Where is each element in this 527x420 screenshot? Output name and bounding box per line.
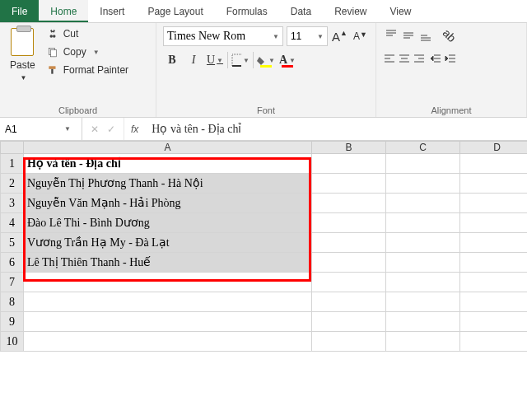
row-header[interactable]: 4 (1, 213, 24, 233)
group-label-clipboard: Clipboard (7, 102, 149, 117)
cell[interactable] (24, 312, 312, 332)
tab-view[interactable]: View (379, 0, 423, 22)
cell[interactable] (24, 273, 312, 292)
decrease-font-button[interactable]: A▼ (352, 27, 369, 45)
cut-button[interactable]: Cut (44, 26, 132, 41)
align-top-button[interactable] (383, 26, 399, 44)
decrease-indent-button[interactable] (429, 49, 442, 68)
chevron-down-icon[interactable]: ▼ (20, 74, 26, 82)
align-right-button[interactable] (413, 49, 426, 68)
fill-color-button[interactable]: ▼ (257, 51, 275, 69)
cell[interactable] (386, 273, 460, 292)
cell[interactable]: Đào Lê Thi - Bình Dương (24, 213, 312, 233)
cell[interactable] (24, 332, 312, 352)
row-header[interactable]: 5 (1, 233, 24, 253)
tab-insert[interactable]: Insert (88, 0, 136, 22)
name-box[interactable]: ▼ (0, 118, 82, 140)
paste-button[interactable]: Paste ▼ (7, 26, 39, 83)
cell[interactable] (24, 292, 312, 312)
cell[interactable] (460, 273, 528, 292)
col-header-D[interactable]: D (460, 142, 528, 154)
tab-home[interactable]: Home (39, 0, 88, 22)
increase-font-button[interactable]: A▲ (331, 27, 348, 45)
cell[interactable]: Lê Thị Thiên Thanh - Huế (24, 253, 312, 273)
svg-rect-1 (50, 50, 56, 57)
row-header[interactable]: 1 (1, 154, 24, 174)
increase-indent-button[interactable] (444, 49, 457, 68)
cell[interactable] (460, 213, 528, 233)
cell[interactable] (386, 253, 460, 273)
orientation-button[interactable]: ab (441, 26, 457, 44)
row-header[interactable]: 9 (1, 312, 24, 332)
cell[interactable] (386, 154, 460, 174)
cell[interactable] (460, 332, 528, 352)
name-box-input[interactable] (5, 124, 63, 135)
fx-icon[interactable]: fx (124, 124, 145, 135)
col-header-A[interactable]: A (24, 142, 312, 154)
font-name-combo[interactable]: Times New Rom ▼ (163, 26, 283, 46)
cell[interactable] (312, 194, 386, 213)
cell[interactable] (386, 194, 460, 213)
tab-review[interactable]: Review (323, 0, 378, 22)
chevron-down-icon[interactable]: ▼ (64, 125, 71, 133)
cell[interactable] (460, 253, 528, 273)
cell[interactable] (460, 233, 528, 253)
chevron-down-icon[interactable]: ▼ (269, 33, 279, 40)
cell[interactable] (312, 233, 386, 253)
cell[interactable] (460, 292, 528, 312)
cell[interactable] (460, 174, 528, 194)
tab-file[interactable]: File (0, 0, 39, 22)
tab-page-layout[interactable]: Page Layout (136, 0, 214, 22)
underline-button[interactable]: U▼ (206, 51, 224, 69)
cell[interactable] (312, 292, 386, 312)
cell[interactable]: Nguyễn Thị Phương Thanh - Hà Nội (24, 174, 312, 194)
cell[interactable] (312, 253, 386, 273)
italic-button[interactable]: I (184, 51, 203, 69)
col-header-C[interactable]: C (386, 142, 460, 154)
row-header[interactable]: 3 (1, 194, 24, 213)
chevron-down-icon[interactable]: ▼ (314, 33, 324, 40)
cell[interactable] (460, 312, 528, 332)
align-center-button[interactable] (398, 49, 411, 68)
font-size-combo[interactable]: 11 ▼ (287, 26, 328, 46)
borders-button[interactable]: ▼ (231, 51, 250, 69)
align-middle-button[interactable] (400, 26, 416, 44)
align-left-button[interactable] (383, 49, 396, 68)
format-painter-button[interactable]: Format Painter (44, 63, 132, 77)
cell[interactable]: Họ và tên - Địa chỉ (24, 154, 312, 174)
tab-data[interactable]: Data (279, 0, 323, 22)
cell[interactable] (312, 174, 386, 194)
tab-formulas[interactable]: Formulas (215, 0, 279, 22)
cell[interactable] (460, 194, 528, 213)
cell[interactable] (312, 213, 386, 233)
align-bottom-button[interactable] (417, 26, 433, 44)
cell[interactable] (386, 312, 460, 332)
cell[interactable] (460, 154, 528, 174)
cell[interactable] (312, 273, 386, 292)
row-header[interactable]: 10 (1, 332, 24, 352)
row-header[interactable]: 8 (1, 292, 24, 312)
cell[interactable] (312, 312, 386, 332)
col-header-B[interactable]: B (312, 142, 386, 154)
cell[interactable] (386, 332, 460, 352)
cancel-icon[interactable]: ✕ (91, 124, 99, 135)
font-color-button[interactable]: A ▼ (278, 51, 296, 69)
chevron-down-icon[interactable]: ▼ (93, 49, 100, 56)
bold-button[interactable]: B (163, 51, 181, 69)
formula-input[interactable]: Họ và tên - Địa chỉ (145, 122, 527, 136)
cell[interactable] (386, 292, 460, 312)
cell[interactable] (386, 233, 460, 253)
cell[interactable]: Nguyễn Văn Mạnh - Hải Phòng (24, 194, 312, 213)
copy-button[interactable]: Copy ▼ (44, 44, 132, 59)
enter-icon[interactable]: ✓ (107, 124, 115, 135)
row-header[interactable]: 7 (1, 273, 24, 292)
spreadsheet-grid: A B C D 1Họ và tên - Địa chỉ2Nguyễn Thị … (0, 141, 527, 352)
select-all-corner[interactable] (1, 142, 24, 154)
cell[interactable] (386, 174, 460, 194)
cell[interactable] (312, 332, 386, 352)
cell[interactable] (312, 154, 386, 174)
row-header[interactable]: 6 (1, 253, 24, 273)
row-header[interactable]: 2 (1, 174, 24, 194)
cell[interactable] (386, 213, 460, 233)
cell[interactable]: Vương Trần Hạ My - Đà Lạt (24, 233, 312, 253)
